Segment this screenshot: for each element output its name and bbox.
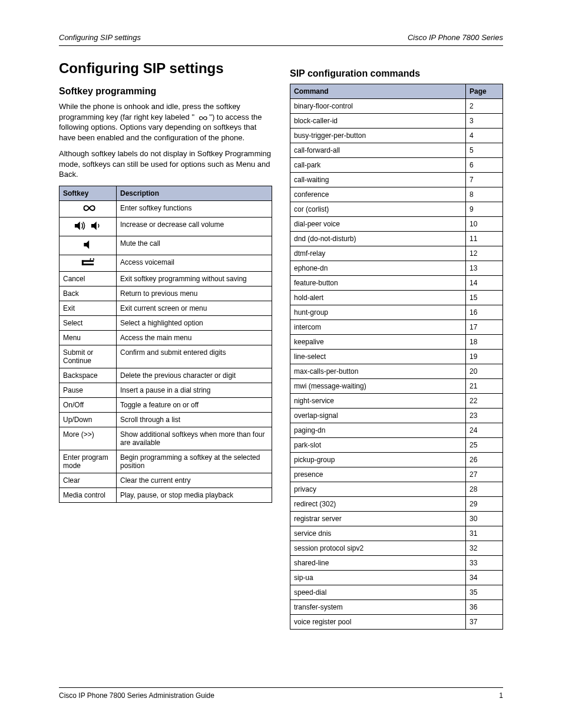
command-cell: dnd (do-not-disturb) xyxy=(290,232,466,246)
page-cell: 29 xyxy=(466,497,503,512)
table-row: shared-line33 xyxy=(290,556,503,571)
table-row: SelectSelect a highlighted option xyxy=(59,315,272,330)
page-cell: 32 xyxy=(466,541,503,556)
table-row: overlap-signal23 xyxy=(290,409,503,423)
table-row: BackspaceDelete the previous character o… xyxy=(59,368,272,383)
table-row: registrar server30 xyxy=(290,512,503,526)
table-row: privacy28 xyxy=(290,482,503,497)
mute-icon xyxy=(81,239,94,250)
svg-marker-1 xyxy=(91,221,97,230)
command-cell: call-forward-all xyxy=(290,143,466,158)
command-cell: night-service xyxy=(290,394,466,409)
command-cell: intercom xyxy=(290,320,466,335)
table-row: ExitExit current screen or menu xyxy=(59,301,272,315)
table-row: dnd (do-not-disturb)11 xyxy=(290,232,503,246)
table-row: dial-peer voice10 xyxy=(290,217,503,232)
table-row: dtmf-relay12 xyxy=(290,246,503,261)
command-cell: speed-dial xyxy=(290,585,466,600)
command-cell: presence xyxy=(290,467,466,482)
command-cell: hold-alert xyxy=(290,291,466,305)
page-cell: 19 xyxy=(466,350,503,364)
table-row: park-slot25 xyxy=(290,438,503,453)
table-row: redirect (302)29 xyxy=(290,497,503,512)
page-cell: 37 xyxy=(466,615,503,630)
table-row: call-park6 xyxy=(290,158,503,173)
table-row: Enter softkey functions xyxy=(59,200,272,217)
page-cell: 9 xyxy=(466,202,503,217)
command-cell: keepalive xyxy=(290,335,466,350)
page-cell: 21 xyxy=(466,379,503,394)
table-row: call-waiting7 xyxy=(290,173,503,187)
header-right: Cisco IP Phone 7800 Series xyxy=(408,33,503,42)
page-cell: 10 xyxy=(466,217,503,232)
table-row: hold-alert15 xyxy=(290,291,503,305)
page-cell: 22 xyxy=(466,394,503,409)
table-row: line-select19 xyxy=(290,350,503,364)
command-cell: park-slot xyxy=(290,438,466,453)
command-cell: service dnis xyxy=(290,526,466,541)
page-title: Configuring SIP settings xyxy=(59,60,272,77)
footer-page-number: 1 xyxy=(499,691,503,700)
command-cell: sip-ua xyxy=(290,571,466,585)
command-table: Command Page binary-floor-control2block-… xyxy=(290,84,503,630)
table-row: conference8 xyxy=(290,187,503,202)
table-row: Mute the call xyxy=(59,236,272,255)
command-cell: line-select xyxy=(290,350,466,364)
page-cell: 3 xyxy=(466,114,503,129)
table-row: night-service22 xyxy=(290,394,503,409)
command-cell: busy-trigger-per-button xyxy=(290,129,466,143)
page-cell: 4 xyxy=(466,129,503,143)
page-cell: 35 xyxy=(466,585,503,600)
page-cell: 23 xyxy=(466,409,503,423)
table-row: transfer-system36 xyxy=(290,600,503,615)
command-cell: registrar server xyxy=(290,512,466,526)
table-row: busy-trigger-per-button4 xyxy=(290,129,503,143)
page-cell: 34 xyxy=(466,571,503,585)
command-cell: call-waiting xyxy=(290,173,466,187)
command-cell: call-park xyxy=(290,158,466,173)
command-cell: redirect (302) xyxy=(290,497,466,512)
svg-marker-2 xyxy=(84,240,89,249)
t1-header-softkey: Softkey xyxy=(59,186,117,200)
table-row: paging-dn24 xyxy=(290,423,503,438)
table-row: More (>>)Show additional softkeys when m… xyxy=(59,427,272,450)
footer-left: Cisco IP Phone 7800 Series Administratio… xyxy=(59,691,214,700)
page-cell: 20 xyxy=(466,364,503,379)
svg-rect-4 xyxy=(82,263,94,265)
command-cell: max-calls-per-button xyxy=(290,364,466,379)
command-cell: dtmf-relay xyxy=(290,246,466,261)
command-cell: feature-button xyxy=(290,276,466,291)
table-row: session protocol sipv232 xyxy=(290,541,503,556)
infinity-icon xyxy=(197,113,207,120)
page-cell: 6 xyxy=(466,158,503,173)
page-cell: 28 xyxy=(466,482,503,497)
table-row: Enter program modeBegin programming a so… xyxy=(59,450,272,473)
command-cell: mwi (message-waiting) xyxy=(290,379,466,394)
command-cell: conference xyxy=(290,187,466,202)
t2-header-page: Page xyxy=(466,84,503,99)
command-cell: dial-peer voice xyxy=(290,217,466,232)
softkey-table: Softkey Description Enter softkey functi… xyxy=(59,186,272,503)
command-cell: ephone-dn xyxy=(290,261,466,276)
table-row: Up/DownScroll through a list xyxy=(59,412,272,427)
table-row: max-calls-per-button20 xyxy=(290,364,503,379)
table-row: presence27 xyxy=(290,467,503,482)
table-row: MenuAccess the main menu xyxy=(59,330,272,345)
command-cell: cor (corlist) xyxy=(290,202,466,217)
command-cell: hunt-group xyxy=(290,305,466,320)
footer-rule xyxy=(59,687,503,688)
page-cell: 25 xyxy=(466,438,503,453)
table-row: sip-ua34 xyxy=(290,571,503,585)
table-row: block-caller-id3 xyxy=(290,114,503,129)
page-cell: 8 xyxy=(466,187,503,202)
t1-header-desc: Description xyxy=(117,186,272,200)
page-cell: 15 xyxy=(466,291,503,305)
table-row: Access voicemail xyxy=(59,255,272,271)
voicemail-icon xyxy=(80,258,95,266)
command-cell: pickup-group xyxy=(290,453,466,467)
section1-para1: While the phone is onhook and idle, pres… xyxy=(59,101,272,143)
command-cell: transfer-system xyxy=(290,600,466,615)
section2-heading: SIP configuration commands xyxy=(290,68,503,79)
table-row: BackReturn to previous menu xyxy=(59,286,272,301)
table-row: Submit or ContinueConfirm and submit ent… xyxy=(59,345,272,368)
